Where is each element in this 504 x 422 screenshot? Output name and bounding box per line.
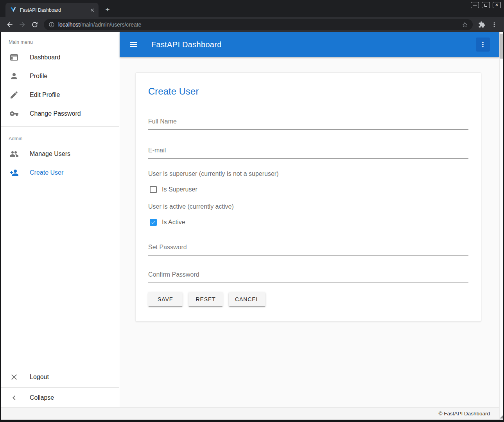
superuser-hint: User is superuser (currently is not a su… — [148, 170, 468, 177]
confirm-password-input[interactable] — [148, 271, 468, 283]
sidebar-item-label: Logout — [30, 374, 49, 381]
sidebar-item-manage-users[interactable]: Manage Users — [1, 145, 119, 163]
close-window-icon: ✕ — [495, 3, 498, 7]
forward-icon — [18, 21, 26, 29]
maximize-button[interactable] — [482, 2, 490, 8]
nav-drawer-toggle-button[interactable] — [128, 39, 138, 50]
browser-window: FastAPI Dashboard + ✕ localhost/main/adm… — [0, 0, 504, 422]
checkbox-label: Is Superuser — [162, 186, 197, 193]
content-area: Create User User is superuser (currently… — [120, 57, 499, 407]
app-bar: FastAPI Dashboard — [120, 32, 499, 57]
pencil-icon — [9, 90, 19, 100]
maximize-icon — [484, 4, 487, 7]
cancel-button[interactable]: CANCEL — [229, 292, 265, 306]
sidebar-item-profile[interactable]: Profile — [1, 67, 119, 86]
sidebar-item-logout[interactable]: Logout — [1, 368, 119, 386]
page-title: Create User — [136, 73, 481, 97]
key-icon — [9, 109, 19, 118]
chevron-left-icon — [9, 393, 19, 402]
kebab-menu-icon — [491, 21, 498, 28]
back-icon — [6, 21, 14, 29]
extension-button[interactable] — [476, 19, 488, 30]
reset-button[interactable]: RESET — [188, 292, 223, 306]
kebab-menu-icon — [479, 40, 487, 49]
window-controls: ✕ — [471, 2, 501, 8]
set-password-field — [148, 244, 468, 256]
url-host: localhost — [58, 21, 80, 28]
page: Main menu Dashboard Profile — [1, 32, 503, 420]
email-input[interactable] — [148, 147, 468, 158]
sidebar-section-main-menu: Main menu — [1, 32, 119, 48]
extension-icon — [478, 21, 485, 28]
checkbox-label: Is Active — [162, 219, 185, 226]
minimize-icon — [473, 5, 477, 5]
full-name-field — [148, 118, 468, 130]
sidebar-divider — [1, 126, 119, 127]
profile-icon — [9, 72, 19, 81]
sidebar-item-label: Profile — [30, 73, 47, 80]
appbar-menu-button[interactable] — [476, 38, 490, 52]
sidebar-item-change-password[interactable]: Change Password — [1, 104, 119, 123]
footer: © FastAPI Dashboard — [1, 407, 499, 420]
set-password-input[interactable] — [148, 244, 468, 255]
sidebar-item-label: Edit Profile — [30, 91, 60, 98]
vertical-scrollbar[interactable] — [499, 32, 503, 420]
people-icon — [9, 149, 19, 159]
browser-toolbar: localhost/main/admin/users/create — [0, 17, 504, 32]
save-button[interactable]: SAVE — [148, 292, 183, 306]
appbar-title: FastAPI Dashboard — [151, 40, 476, 49]
sidebar-item-collapse[interactable]: Collapse — [1, 388, 119, 407]
form-actions: SAVE RESET CANCEL — [148, 292, 468, 306]
active-hint: User is active (currently active) — [148, 203, 468, 210]
sidebar-spacer — [1, 182, 119, 368]
minimize-button[interactable] — [471, 2, 479, 8]
page-info-icon[interactable] — [48, 21, 55, 28]
checkbox-box[interactable] — [150, 186, 157, 193]
checkbox-box[interactable] — [150, 219, 157, 226]
is-superuser-checkbox[interactable]: Is Superuser — [148, 186, 468, 193]
person-add-icon — [9, 168, 19, 177]
sidebar-item-label: Dashboard — [30, 54, 60, 61]
logout-x-icon — [9, 372, 19, 382]
sidebar-item-create-user[interactable]: Create User — [1, 163, 119, 182]
close-tab-icon[interactable] — [89, 7, 95, 13]
url-path: /main/admin/users/create — [80, 21, 141, 28]
new-tab-button[interactable]: + — [102, 5, 113, 15]
sidebar-item-label: Create User — [30, 169, 63, 176]
sidebar-item-edit-profile[interactable]: Edit Profile — [1, 86, 119, 104]
sidebar-item-label: Manage Users — [30, 150, 70, 157]
sidebar: Main menu Dashboard Profile — [1, 32, 119, 407]
resize-corner-icon — [500, 415, 503, 418]
sidebar-item-label: Change Password — [30, 110, 81, 117]
forward-button[interactable] — [16, 19, 28, 30]
is-active-checkbox[interactable]: Is Active — [148, 219, 468, 226]
sidebar-divider — [1, 387, 119, 388]
sidebar-item-dashboard[interactable]: Dashboard — [1, 48, 119, 67]
dashboard-icon — [9, 53, 19, 62]
vuetify-logo-icon — [10, 6, 16, 14]
reload-icon — [31, 21, 39, 29]
sidebar-section-admin: Admin — [1, 130, 119, 145]
reload-button[interactable] — [29, 19, 41, 30]
full-name-input[interactable] — [148, 118, 468, 129]
sidebar-item-label: Collapse — [30, 394, 54, 401]
bookmark-star-icon[interactable] — [462, 21, 468, 28]
tab-strip: FastAPI Dashboard + ✕ — [0, 0, 504, 17]
browser-tab[interactable]: FastAPI Dashboard — [5, 3, 99, 17]
close-window-button[interactable]: ✕ — [493, 2, 501, 8]
confirm-password-field — [148, 271, 468, 283]
scrollbar-thumb[interactable] — [500, 34, 503, 59]
address-bar[interactable]: localhost/main/admin/users/create — [44, 19, 473, 30]
browser-menu-button[interactable] — [488, 19, 500, 30]
back-button[interactable] — [4, 19, 16, 30]
url-text[interactable]: localhost/main/admin/users/create — [58, 21, 458, 28]
email-field — [148, 147, 468, 159]
footer-copyright: © FastAPI Dashboard — [438, 411, 490, 417]
create-user-card: Create User User is superuser (currently… — [135, 72, 481, 322]
check-icon — [151, 220, 156, 225]
tab-title: FastAPI Dashboard — [20, 7, 86, 13]
hamburger-menu-icon — [129, 40, 138, 49]
